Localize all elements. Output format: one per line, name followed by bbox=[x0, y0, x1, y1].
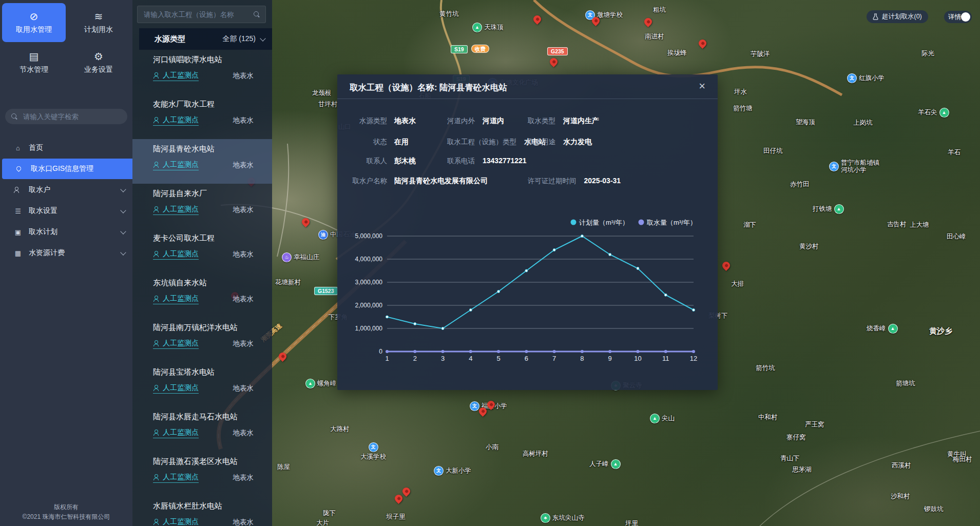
launcher-tile-取用水管理[interactable]: ⊘取用水管理 bbox=[2, 3, 66, 42]
map-place-label: 思茅湖 bbox=[792, 466, 812, 473]
water-source-type: 地表水 bbox=[233, 384, 254, 393]
manual-monitor-link[interactable]: 人工监测点 bbox=[153, 473, 199, 483]
station-search[interactable] bbox=[137, 6, 266, 23]
map-place-label: ▲尖山 bbox=[650, 414, 675, 423]
mountain-poi-icon[interactable]: ▲ bbox=[472, 23, 482, 32]
station-detail-modal: 取水工程（设施）名称: 陆河县青砼水电站 × 水源类型地表水河道内外河道内取水类… bbox=[337, 74, 718, 390]
launcher-tile-节水管理[interactable]: ▤节水管理 bbox=[2, 43, 66, 82]
station-name: 麦卡公司取水工程 bbox=[153, 233, 265, 243]
svg-text:5,000,000: 5,000,000 bbox=[355, 232, 383, 240]
person-icon bbox=[153, 385, 159, 391]
map-place-label: ▲螺角嶂 bbox=[305, 379, 337, 388]
station-list-item[interactable]: 东坑镇自来水站人工监测点地表水 bbox=[132, 273, 272, 318]
launcher-tile-计划用水[interactable]: ≋计划用水 bbox=[67, 3, 130, 42]
sidebar-item-水资源计费[interactable]: ▦水资源计费 bbox=[0, 243, 132, 263]
station-map-pin[interactable] bbox=[277, 351, 288, 362]
sidebar-search[interactable] bbox=[5, 109, 127, 124]
place-name: 箭竹塘 bbox=[733, 105, 753, 112]
manual-monitor-link[interactable]: 人工监测点 bbox=[153, 339, 199, 349]
sidebar-item-label: 取水计划 bbox=[29, 227, 115, 237]
fuel-poi-icon[interactable]: 油 bbox=[318, 230, 328, 240]
station-search-input[interactable] bbox=[143, 10, 249, 19]
place-name: 烧香嶂 bbox=[867, 325, 886, 332]
station-map-pin[interactable] bbox=[393, 493, 404, 504]
mountain-poi-icon[interactable]: ▲ bbox=[834, 204, 844, 214]
manual-monitor-link[interactable]: 人工监测点 bbox=[153, 294, 199, 304]
mountain-poi-icon[interactable]: ▲ bbox=[650, 414, 660, 423]
mountain-poi-icon[interactable]: ▲ bbox=[305, 379, 315, 388]
water-source-type: 地表水 bbox=[233, 428, 254, 438]
monitor-label: 人工监测点 bbox=[163, 517, 199, 526]
school-poi-icon[interactable]: 文 bbox=[434, 466, 444, 476]
station-list-item[interactable]: 河口镇唱歌潭水电站人工监测点地表水 bbox=[132, 50, 272, 94]
sidebar-item-取水设置[interactable]: ☰取水设置 bbox=[0, 201, 132, 221]
sidebar-search-input[interactable] bbox=[22, 112, 121, 121]
station-map-pin[interactable] bbox=[643, 16, 654, 27]
person-icon bbox=[153, 430, 159, 436]
person-icon bbox=[153, 117, 159, 123]
sidebar-item-首页[interactable]: ⌂首页 bbox=[0, 138, 132, 158]
mountain-poi-icon[interactable]: ▲ bbox=[611, 459, 621, 469]
station-meta-row: 人工监测点地表水 bbox=[153, 517, 265, 526]
station-map-pin[interactable] bbox=[300, 217, 311, 227]
station-map-pin[interactable] bbox=[548, 56, 559, 67]
launcher-tile-label: 计划用水 bbox=[84, 25, 113, 34]
road-badge: G235 bbox=[547, 47, 568, 55]
road-number-badge: S19 bbox=[451, 45, 468, 53]
station-name: 陆河县激石溪老区水电站 bbox=[153, 457, 265, 466]
water-source-type: 地表水 bbox=[233, 205, 254, 215]
person-icon bbox=[153, 474, 159, 480]
manual-monitor-link[interactable]: 人工监测点 bbox=[153, 428, 199, 438]
station-list-item[interactable]: 陆河县激石溪老区水电站人工监测点地表水 bbox=[132, 452, 272, 496]
manual-monitor-link[interactable]: 人工监测点 bbox=[153, 205, 199, 215]
station-list-item[interactable]: 麦卡公司取水工程人工监测点地表水 bbox=[132, 228, 272, 273]
station-list-item[interactable]: 陆河县自来水厂人工监测点地表水 bbox=[132, 184, 272, 228]
manual-monitor-link[interactable]: 人工监测点 bbox=[153, 517, 199, 526]
water-source-filter[interactable]: 水源类型 全部 (125) bbox=[139, 28, 272, 50]
school-poi-icon[interactable]: 文 bbox=[847, 73, 857, 83]
sidebar-item-取水计划[interactable]: ▣取水计划 bbox=[0, 222, 132, 242]
resort-poi-icon[interactable]: ♨ bbox=[282, 252, 292, 262]
station-map-pin[interactable] bbox=[697, 38, 708, 49]
station-list-item[interactable]: 友能水厂取水工程人工监测点地表水 bbox=[132, 94, 272, 139]
launcher-tile-业务设置[interactable]: ⚙业务设置 bbox=[67, 43, 130, 82]
chevron-down-icon bbox=[120, 249, 126, 255]
over-plan-intake-button[interactable]: 超计划取水(0) bbox=[867, 10, 928, 23]
station-list-item[interactable]: 陆河县南万镇杞洋水电站人工监测点地表水 bbox=[132, 318, 272, 362]
manual-monitor-link[interactable]: 人工监测点 bbox=[153, 115, 199, 126]
mountain-poi-icon[interactable]: ▲ bbox=[939, 108, 949, 118]
station-list-item[interactable]: 陆河县宝塔水电站人工监测点地表水 bbox=[132, 362, 272, 407]
station-map-pin[interactable] bbox=[401, 486, 412, 497]
place-name: 花塘新村 bbox=[275, 279, 301, 286]
station-list: 河口镇唱歌潭水电站人工监测点地表水友能水厂取水工程人工监测点地表水陆河县青砼水电… bbox=[132, 50, 272, 526]
detail-field-row: 状态在用取水工程（设施）类型水电站取水用途水力发电 bbox=[350, 138, 705, 149]
launcher-tile-label: 节水管理 bbox=[20, 65, 48, 74]
field-label: 水源类型 bbox=[350, 116, 387, 126]
station-list-item[interactable]: 陆河县水唇走马石水电站人工监测点地表水 bbox=[132, 407, 272, 452]
school-poi-icon[interactable]: 文 bbox=[369, 442, 378, 452]
place-name: 青山下 bbox=[780, 455, 800, 462]
detail-toggle[interactable]: 详情 bbox=[944, 11, 972, 23]
temple-poi-icon[interactable]: ♣ bbox=[541, 513, 550, 523]
map-place-label: 羊石 bbox=[948, 149, 960, 156]
manual-monitor-link[interactable]: 人工监测点 bbox=[153, 249, 199, 260]
station-map-pin[interactable] bbox=[532, 14, 543, 25]
station-meta-row: 人工监测点地表水 bbox=[153, 205, 265, 215]
manual-monitor-link[interactable]: 人工监测点 bbox=[153, 383, 199, 394]
place-name: 际光 bbox=[921, 50, 934, 57]
station-list-item[interactable]: 水唇镇水栏肚水电站人工监测点地表水 bbox=[132, 496, 272, 526]
school-poi-icon[interactable]: 文 bbox=[829, 162, 839, 171]
mountain-poi-icon[interactable]: ▲ bbox=[888, 324, 898, 334]
sidebar-item-取水户[interactable]: 取水户 bbox=[0, 180, 132, 200]
manual-monitor-link[interactable]: 人工监测点 bbox=[153, 71, 199, 81]
station-map-pin[interactable] bbox=[721, 260, 732, 271]
place-name: 大片 bbox=[316, 519, 329, 526]
school-poi-icon[interactable]: 文 bbox=[470, 401, 479, 411]
sidebar-item-取水口GIS信息管理[interactable]: 取水口GIS信息管理 bbox=[2, 159, 132, 179]
monitor-label: 人工监测点 bbox=[163, 249, 199, 259]
station-list-item[interactable]: 陆河县青砼水电站人工监测点地表水 bbox=[132, 139, 272, 184]
close-icon[interactable]: × bbox=[697, 79, 707, 94]
map-place-label: 中和村 bbox=[758, 414, 778, 421]
manual-monitor-link[interactable]: 人工监测点 bbox=[153, 160, 199, 170]
svg-text:4: 4 bbox=[469, 355, 472, 362]
